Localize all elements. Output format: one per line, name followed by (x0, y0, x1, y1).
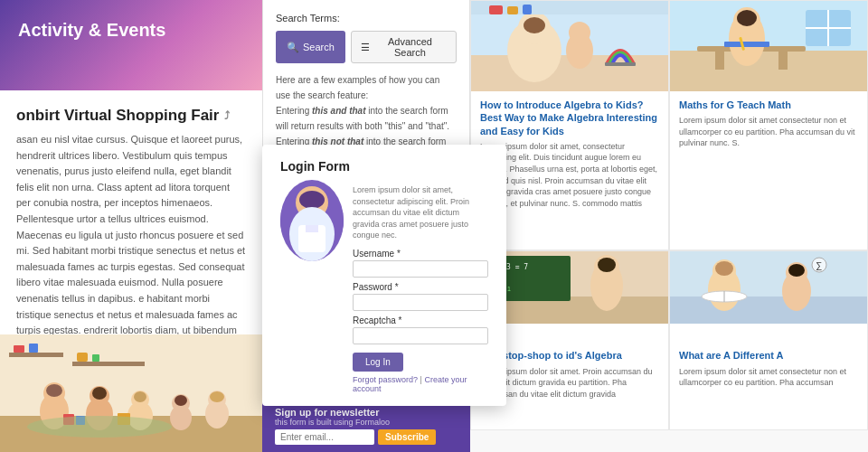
svg-text:∑: ∑ (816, 260, 822, 270)
article-text: asan eu nisl vitae cursus. Quisque et la… (16, 132, 246, 334)
newsletter-bar: Sign up for newsletter this form is buil… (262, 400, 470, 452)
svg-point-76 (788, 264, 805, 277)
captcha-input[interactable] (353, 327, 488, 344)
card1-image (471, 1, 668, 91)
kids-scene-svg (0, 334, 262, 452)
right-card-4: ∑ What are A Different A Lorem ipsum dol… (669, 250, 868, 429)
right-panel: How to Introduce Algebra to Kids? Best W… (470, 0, 868, 452)
newsletter-input-row: Subscribe (275, 429, 436, 445)
login-button[interactable]: Log In (353, 353, 403, 372)
svg-point-23 (175, 395, 187, 406)
subscribe-button[interactable]: Subscribe (378, 429, 436, 445)
username-input[interactable] (353, 260, 488, 278)
card2-image (670, 1, 867, 91)
captcha-field: Recaptcha * (353, 315, 488, 344)
card1-text: Lorem ipsum dolor sit amet, consectetur … (480, 141, 659, 221)
svg-point-52 (737, 10, 757, 26)
svg-point-16 (134, 391, 146, 402)
svg-rect-40 (605, 62, 636, 66)
card3-title: One-stop-shop to id's Algebra (480, 349, 659, 362)
svg-rect-49 (778, 52, 788, 70)
avatar (280, 184, 344, 257)
forgot-password-link[interactable]: Forgot password? (353, 375, 418, 384)
article-content: onbirt Virtual Shopping Fair ⤴ asan eu n… (0, 90, 262, 334)
modal-title: Login Form (280, 159, 488, 174)
advanced-search-button[interactable]: ☰ Advanced Search (351, 31, 457, 63)
right-card-2: Maths for G Teach Math Lorem ipsum dolor… (669, 0, 868, 250)
card4-title: What are A Different A (679, 349, 858, 362)
svg-rect-53 (724, 42, 769, 47)
card2-content: Maths for G Teach Math Lorem ipsum dolor… (670, 91, 867, 250)
svg-rect-3 (72, 362, 145, 366)
left-header: Activity & Events (0, 0, 262, 90)
avatar-svg (280, 180, 344, 261)
card4-content: What are A Different A Lorem ipsum dolor… (670, 342, 867, 428)
svg-rect-2 (9, 353, 63, 357)
svg-rect-6 (77, 353, 88, 362)
card3-text: Lorem ipsum dolor sit amet. Proin accums… (480, 366, 659, 400)
svg-rect-44 (523, 5, 532, 14)
svg-rect-46 (670, 51, 867, 91)
modal-body: Lorem ipsum dolor sit amet, consectetur … (280, 184, 488, 393)
svg-rect-43 (507, 6, 518, 14)
svg-point-37 (524, 17, 545, 33)
svg-rect-48 (715, 52, 724, 70)
right-grid: How to Introduce Algebra to Kids? Best W… (470, 0, 868, 452)
svg-rect-5 (29, 344, 38, 353)
svg-point-29 (299, 191, 325, 209)
card1-title: How to Introduce Algebra to Kids? Best W… (480, 99, 659, 137)
svg-point-13 (92, 387, 107, 400)
list-icon: ☰ (361, 42, 370, 53)
svg-rect-4 (14, 345, 24, 353)
article-image (0, 334, 262, 452)
newsletter-bar-content: Sign up for newsletter this form is buil… (275, 407, 436, 445)
svg-point-20 (27, 416, 172, 438)
svg-point-39 (569, 22, 590, 43)
search-icon: 🔍 (287, 42, 299, 53)
svg-point-71 (715, 261, 733, 276)
article-title: onbirt Virtual Shopping Fair ⤴ (16, 107, 246, 125)
login-modal: Login Form Lorem ipsum dolor sit amet, c… (262, 145, 506, 406)
username-field: Username * (353, 249, 488, 278)
password-input[interactable] (353, 294, 488, 311)
forgot-links: Forgot password? | Create your account (353, 375, 488, 393)
svg-rect-68 (670, 297, 867, 324)
svg-point-26 (210, 391, 224, 402)
password-field: Password * (353, 282, 488, 311)
page-title: Activity & Events (18, 20, 244, 41)
newsletter-email-input[interactable] (275, 429, 374, 445)
search-buttons: 🔍 Search ☰ Advanced Search (276, 31, 457, 63)
svg-point-10 (46, 384, 62, 397)
search-label: Search Terms: (276, 13, 457, 24)
svg-point-66 (598, 258, 616, 272)
card2-text: Lorem ipsum dolor sit amet consectetur n… (679, 115, 858, 149)
search-button[interactable]: 🔍 Search (276, 31, 345, 63)
svg-rect-7 (92, 354, 99, 362)
svg-rect-42 (489, 5, 503, 14)
card4-text: Lorem ipsum dolor sit amet consectetur n… (679, 366, 858, 389)
share-icon[interactable]: ⤴ (224, 109, 230, 122)
card2-title: Maths for G Teach Math (679, 99, 858, 111)
svg-rect-32 (306, 225, 318, 232)
left-panel: Activity & Events onbirt Virtual Shoppin… (0, 0, 262, 452)
modal-form: Lorem ipsum dolor sit amet, consectetur … (353, 184, 488, 393)
card4-image: ∑ (670, 251, 867, 342)
